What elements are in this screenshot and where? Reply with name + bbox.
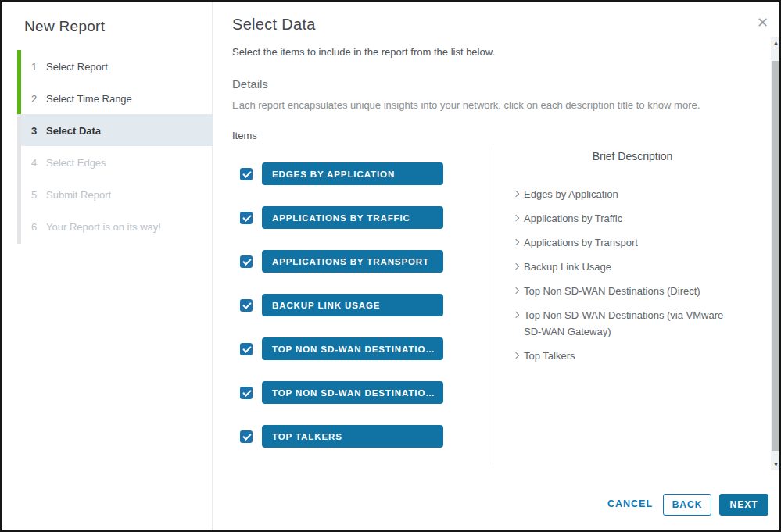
cancel-button[interactable]: CANCEL (607, 498, 653, 509)
item-row: BACKUP LINK USAGE (240, 294, 443, 316)
step-label: Select Data (46, 124, 101, 136)
item-button-backup-link-usage[interactable]: BACKUP LINK USAGE (262, 294, 443, 316)
step-select-edges: 4 Select Edges (2, 146, 213, 178)
brief-description-heading: Brief Description (493, 150, 772, 162)
brief-item-label: Edges by Application (524, 188, 618, 200)
wizard-sidebar: New Report 1 Select Report 2 Select Time… (2, 2, 213, 530)
item-row: TOP TALKERS (240, 425, 443, 448)
item-row: TOP NON SD-WAN DESTINATIO… (240, 381, 443, 404)
step-select-data[interactable]: 3 Select Data (2, 114, 213, 146)
chevron-right-icon (513, 191, 519, 197)
item-button-applications-by-traffic[interactable]: APPLICATIONS BY TRAFFIC (262, 206, 443, 229)
checkbox-checked[interactable] (240, 430, 253, 443)
brief-item-top-talkers[interactable]: Top Talkers (493, 348, 742, 364)
chevron-right-icon (513, 352, 519, 359)
step-select-report[interactable]: 1 Select Report (2, 50, 213, 82)
checkbox-checked[interactable] (240, 387, 253, 399)
step-label: Your Report is on its way! (46, 220, 161, 232)
scrollbar-thumb[interactable] (772, 61, 780, 451)
brief-item-edges-by-application[interactable]: Edges by Application (493, 186, 742, 202)
dialog-title: New Report (24, 18, 105, 35)
step-submit-report: 5 Submit Report (2, 178, 213, 210)
item-row: APPLICATIONS BY TRANSPORT (240, 250, 443, 273)
brief-item-label: Top Talkers (524, 350, 575, 362)
wizard-steps: 1 Select Report 2 Select Time Range 3 Se… (2, 50, 213, 242)
item-button-top-non-sdwan-destinations-gateway[interactable]: TOP NON SD-WAN DESTINATIO… (262, 381, 443, 404)
items-list: EDGES BY APPLICATION APPLICATIONS BY TRA… (240, 162, 443, 469)
vertical-scrollbar[interactable]: ▲ ▼ (771, 37, 781, 470)
brief-item-label: Top Non SD-WAN Destinations (Direct) (524, 285, 700, 297)
item-row: APPLICATIONS BY TRAFFIC (240, 206, 443, 229)
brief-item-label: Applications by Traffic (524, 212, 622, 224)
back-button[interactable]: BACK (663, 494, 711, 516)
checkbox-checked[interactable] (240, 212, 253, 224)
brief-description-list: Edges by Application Applications by Tra… (493, 186, 772, 364)
brief-item-top-non-sdwan-direct[interactable]: Top Non SD-WAN Destinations (Direct) (493, 283, 742, 299)
chevron-right-icon (513, 287, 519, 294)
step-label: Select Report (46, 60, 108, 72)
item-button-applications-by-transport[interactable]: APPLICATIONS BY TRANSPORT (262, 250, 443, 273)
step-report-on-its-way: 6 Your Report is on its way! (2, 210, 213, 242)
scroll-up-icon[interactable]: ▲ (771, 37, 781, 48)
checkbox-checked[interactable] (240, 255, 253, 268)
items-label: Items (232, 130, 257, 141)
details-heading: Details (232, 77, 268, 91)
brief-item-applications-by-transport[interactable]: Applications by Transport (493, 234, 742, 251)
step-label: Submit Report (46, 188, 111, 200)
page-subtitle: Select the items to include in the repor… (232, 46, 495, 58)
checkbox-checked[interactable] (240, 168, 253, 180)
brief-item-applications-by-traffic[interactable]: Applications by Traffic (493, 210, 742, 227)
step-select-time-range[interactable]: 2 Select Time Range (2, 82, 213, 114)
brief-description-panel: Brief Description Edges by Application A… (493, 150, 772, 372)
scroll-down-icon[interactable]: ▼ (771, 459, 781, 470)
next-button[interactable]: NEXT (719, 494, 768, 516)
brief-item-label: Backup Link Usage (524, 261, 611, 273)
checkbox-checked[interactable] (240, 299, 253, 312)
close-icon[interactable]: ✕ (757, 16, 768, 30)
checkbox-checked[interactable] (240, 343, 253, 355)
chevron-right-icon (513, 263, 519, 270)
item-button-edges-by-application[interactable]: EDGES BY APPLICATION (262, 162, 443, 185)
brief-item-label: Top Non SD-WAN Destinations (via VMware … (524, 309, 723, 337)
brief-item-backup-link-usage[interactable]: Backup Link Usage (493, 259, 742, 275)
brief-item-top-non-sdwan-gateway[interactable]: Top Non SD-WAN Destinations (via VMware … (493, 307, 742, 340)
chevron-right-icon (513, 312, 519, 318)
step-number: 6 (31, 220, 37, 232)
item-row: EDGES BY APPLICATION (240, 162, 443, 185)
step-number: 5 (31, 188, 37, 200)
item-row: TOP NON SD-WAN DESTINATIO… (240, 337, 443, 360)
step-number: 1 (31, 60, 37, 72)
step-number: 4 (31, 156, 37, 168)
item-button-top-talkers[interactable]: TOP TALKERS (262, 425, 443, 448)
step-label: Select Time Range (46, 92, 132, 104)
step-number: 2 (31, 92, 37, 104)
step-label: Select Edges (46, 156, 106, 168)
brief-item-label: Applications by Transport (524, 237, 638, 248)
details-description: Each report encapsulates unique insights… (232, 99, 700, 111)
item-button-top-non-sdwan-destinations-direct[interactable]: TOP NON SD-WAN DESTINATIO… (262, 337, 443, 360)
step-number: 3 (31, 124, 37, 136)
chevron-right-icon (513, 215, 519, 221)
chevron-right-icon (513, 239, 519, 245)
new-report-dialog: New Report 1 Select Report 2 Select Time… (0, 0, 781, 532)
page-title: Select Data (232, 16, 316, 34)
